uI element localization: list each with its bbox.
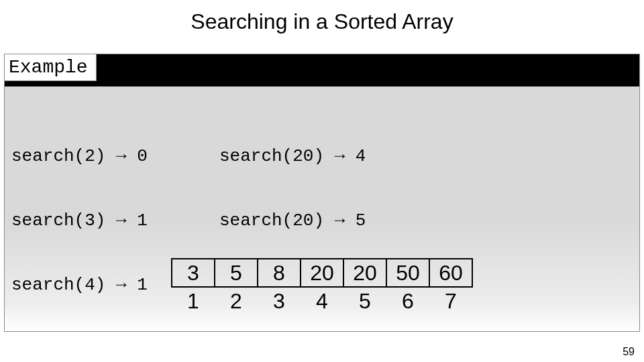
array-cell: 8: [257, 258, 301, 288]
array-diagram: 3 5 8 20 20 50 60 1 2 3 4 5 6 7: [171, 258, 473, 314]
slide-title: Searching in a Sorted Array: [0, 0, 644, 34]
page-number: 59: [623, 346, 635, 358]
code-line: search(20) → 5: [219, 210, 366, 231]
array-indices-row: 1 2 3 4 5 6 7: [171, 288, 473, 314]
array-cell: 5: [214, 258, 258, 288]
array-index: 5: [343, 288, 387, 314]
array-index: 1: [171, 288, 215, 314]
array-cell: 3: [171, 258, 215, 288]
banner-label: Example: [5, 54, 97, 81]
array-index: 3: [257, 288, 301, 314]
array-cell: 50: [386, 258, 430, 288]
code-line: search(2) → 0: [11, 145, 148, 167]
code-left-column: search(2) → 0 search(3) → 1 search(4) → …: [11, 103, 148, 339]
code-right-column: search(20) → 4 search(20) → 5: [219, 103, 366, 274]
array-index: 6: [386, 288, 430, 314]
array-index: 4: [300, 288, 344, 314]
code-line: search(4) → 1: [11, 274, 148, 296]
example-panel: Example search(2) → 0 search(3) → 1 sear…: [4, 54, 640, 332]
array-cell: 20: [343, 258, 387, 288]
slide: Searching in a Sorted Array Example sear…: [0, 0, 644, 362]
array-cell: 60: [429, 258, 473, 288]
array-values-row: 3 5 8 20 20 50 60: [171, 258, 473, 288]
code-line: search(3) → 1: [11, 210, 148, 231]
array-index: 7: [429, 288, 473, 314]
banner-bar: Example: [5, 54, 639, 86]
code-line: search(20) → 4: [219, 145, 366, 167]
array-index: 2: [214, 288, 258, 314]
array-cell: 20: [300, 258, 344, 288]
